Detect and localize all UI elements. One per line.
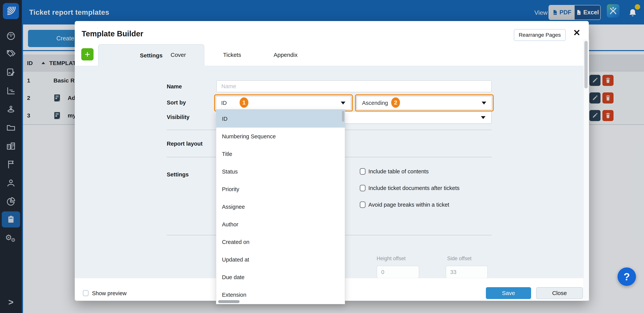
dropdown-option[interactable]: Created on [216,233,345,251]
sort-by-select[interactable]: ID 1 [216,96,351,110]
dropdown-option[interactable]: Title [216,145,345,163]
save-button[interactable]: Save [486,287,531,299]
toc-checkbox[interactable] [360,168,366,175]
tab-tickets[interactable]: Tickets [207,44,257,66]
chevron-down-icon [482,102,486,105]
dropdown-vertical-scrollbar[interactable] [342,111,344,122]
annotation-badge-1: 1 [240,97,248,108]
rearrange-pages-button[interactable]: Rearrange Pages [514,29,566,41]
sort-by-label: Sort by [167,100,186,106]
name-label: Name [167,83,182,90]
tab-label: Appendix [274,52,298,58]
rearrange-pages-label: Rearrange Pages [519,32,560,38]
dropdown-option[interactable]: Due date [216,268,345,286]
app-root: ⚙⚙ > Ticket report templates View PDF PD… [0,0,644,313]
settings-section-label: Settings [167,171,188,178]
sort-by-dropdown-panel: ID Numbering Sequence Title Status Prior… [216,110,345,304]
close-icon[interactable]: ✕ [573,28,580,37]
chevron-down-icon [341,102,346,105]
modal-scrollbar-thumb[interactable] [584,41,588,88]
dropdown-option[interactable]: Numbering Sequence [216,128,345,145]
sort-order-value: Ascending [362,96,388,109]
page-breaks-checkbox-label: Avoid page breaks within a ticket [368,202,449,208]
order-field-highlight: Ascending 2 [355,94,494,112]
modal-title: Template Builder [82,29,143,38]
dropdown-horizontal-scrollbar[interactable] [218,300,240,303]
save-label: Save [502,290,515,296]
sort-order-select[interactable]: Ascending 2 [357,96,492,110]
tab-label: Cover [170,52,186,58]
side-offset-label: Side offset [447,256,472,262]
height-offset-input[interactable] [376,266,419,278]
sort-by-value: ID [221,96,227,109]
chevron-down-icon [481,116,486,119]
tab-label: Tickets [223,52,241,58]
side-offset-input[interactable] [446,266,488,278]
tab-appendix[interactable]: Appendix [261,44,310,66]
show-preview-checkbox[interactable] [83,290,88,296]
dropdown-option[interactable]: Priority [216,180,345,198]
height-offset-label: Height offset [376,256,406,262]
close-button[interactable]: Close [536,287,583,299]
close-label: Close [552,290,567,296]
visibility-label: Visibility [167,114,190,120]
page-breaks-checkbox[interactable] [360,201,366,208]
dropdown-option[interactable]: Updated at [216,251,345,268]
tab-cover[interactable]: Cover [153,44,203,66]
ticket-documents-checkbox[interactable] [360,185,366,191]
name-input[interactable] [216,80,492,92]
annotation-badge-2: 2 [391,97,400,108]
dropdown-option[interactable]: Status [216,163,345,180]
add-page-button[interactable]: + [81,48,94,60]
sort-field-highlight: ID 1 [214,94,353,112]
question-mark-icon: ? [624,271,630,283]
template-builder-modal: Template Builder Rearrange Pages ✕ + Set… [75,21,589,301]
dropdown-option[interactable]: Author [216,216,345,233]
dropdown-option[interactable]: ID [216,110,345,128]
dropdown-option[interactable]: Assignee [216,198,345,216]
report-layout-label: Report layout [167,141,202,147]
toc-checkbox-label: Include table of contents [368,168,428,175]
ticket-documents-checkbox-label: Include ticket documents after tickets [368,185,460,191]
show-preview-label: Show preview [92,290,127,297]
help-button[interactable]: ? [618,268,636,286]
